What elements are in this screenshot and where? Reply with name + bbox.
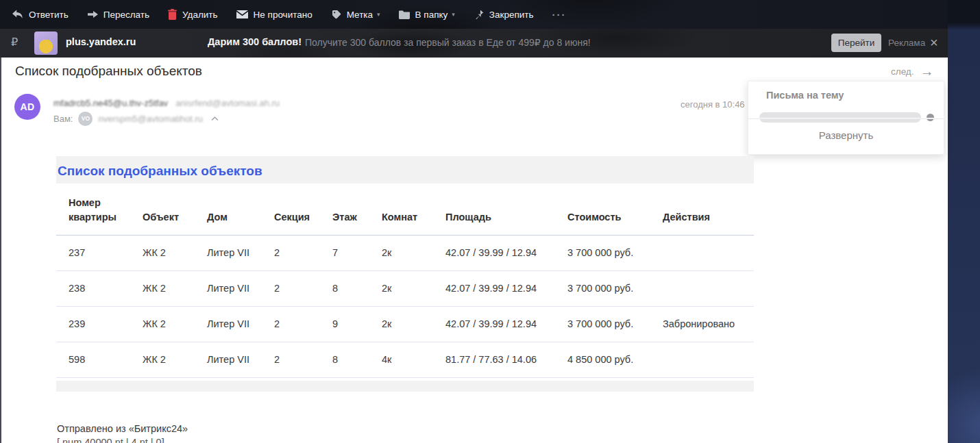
ad-site-link[interactable]: plus.yandex.ru xyxy=(66,36,136,47)
cell: 4к xyxy=(382,342,445,377)
cell: Литер VII xyxy=(207,270,274,306)
cell xyxy=(663,342,754,377)
cell: 2 xyxy=(274,306,332,342)
cell: 2 xyxy=(274,342,332,377)
cell: 9 xyxy=(332,306,382,342)
to-label: Вам: xyxy=(53,114,73,124)
col-object: Объект xyxy=(143,183,207,235)
recipient-email-masked[interactable]: nverspm5@avtomatihot.ru xyxy=(98,114,203,124)
cell: Литер VII xyxy=(207,235,274,270)
sender-avatar[interactable]: AD xyxy=(14,94,40,120)
sender-name-masked[interactable]: mfadrcb5.ne45@u.thv-z5tfav xyxy=(53,98,168,108)
ad-close-icon[interactable]: × xyxy=(930,34,938,51)
ad-banner: ₽ plus.yandex.ru Дарим 300 баллов! Получ… xyxy=(0,29,948,58)
cell: 42.07 / 39.99 / 12.94 xyxy=(445,270,567,306)
cell: Литер VII xyxy=(207,306,274,342)
forward-button[interactable]: Переслать xyxy=(87,10,149,20)
ad-go-button[interactable]: Перейти xyxy=(831,34,881,52)
col-actions: Действия xyxy=(663,183,754,235)
cell: ЖК 2 xyxy=(143,306,207,342)
email-body: Список подобранных объектов Номер кварти… xyxy=(56,156,754,392)
col-area: Площадь xyxy=(445,183,567,235)
mark-unread-button[interactable]: Не прочитано xyxy=(236,10,313,20)
mark-unread-label: Не прочитано xyxy=(254,10,313,20)
col-apartment-number: Номер квартиры xyxy=(56,183,143,235)
cell: 81.77 / 77.63 / 14.06 xyxy=(445,342,567,377)
pin-button[interactable]: Закрепить xyxy=(474,10,534,20)
reply-label: Ответить xyxy=(29,10,69,20)
envelope-icon xyxy=(236,10,248,18)
more-actions-button[interactable]: ··· xyxy=(552,9,566,21)
cell: 239 xyxy=(56,306,143,342)
sent-from-note: Отправлено из «Битрикс24» xyxy=(57,423,188,434)
table-row: 239 ЖК 2 Литер VII 2 9 2к 42.07 / 39.99 … xyxy=(56,306,754,342)
cell: 7 xyxy=(332,235,382,270)
ad-thumbnail[interactable] xyxy=(34,31,58,55)
cell: 3 700 000 руб. xyxy=(567,270,663,306)
ad-text: Получите 300 баллов за первый заказ в Ед… xyxy=(305,37,591,48)
col-rooms: Комнат xyxy=(382,183,445,235)
delete-label: Удалить xyxy=(182,10,218,20)
thread-panel: Письма на тему Развернуть xyxy=(748,81,944,155)
cell-status-booked: Забронировано xyxy=(663,306,754,342)
pin-icon xyxy=(474,10,484,20)
trash-icon xyxy=(168,9,177,20)
label-menu-label: Метка xyxy=(347,10,373,20)
window-left-edge xyxy=(0,58,1,443)
cell: 42.07 / 39.99 / 12.94 xyxy=(445,235,567,270)
recipient-line: Вам: VO nverspm5@avtomatihot.ru xyxy=(53,111,219,126)
mail-toolbar: Ответить Переслать Удалить Не прочитано … xyxy=(0,0,948,29)
cell: 8 xyxy=(332,270,382,306)
tracking-line-clipped: [ num 40000 nt | 4 nt | 0] xyxy=(57,437,164,443)
move-to-folder-button[interactable]: В папку ▾ xyxy=(399,10,455,20)
ruble-icon: ₽ xyxy=(11,36,18,49)
cell: 8 xyxy=(332,342,382,377)
folder-caret-icon: ▾ xyxy=(452,11,455,18)
sender-email-masked[interactable]: anisrfend@avtomasi.ah.ru xyxy=(175,98,280,108)
reply-button[interactable]: Ответить xyxy=(12,10,69,20)
tag-icon xyxy=(331,10,341,20)
next-arrow-icon: → xyxy=(920,66,933,77)
message-timestamp: сегодня в 10:46 xyxy=(681,99,745,110)
col-floor: Этаж xyxy=(332,183,382,235)
cell: ЖК 2 xyxy=(143,270,207,306)
reply-icon xyxy=(12,10,23,19)
collapse-chevron-icon[interactable] xyxy=(211,116,219,121)
table-header-row: Номер квартиры Объект Дом Секция Этаж Ко… xyxy=(56,183,754,235)
pin-label: Закрепить xyxy=(489,10,534,20)
thread-panel-title: Письма на тему xyxy=(766,90,844,101)
next-message-button[interactable]: след. → xyxy=(891,66,933,77)
thread-panel-divider xyxy=(748,118,944,119)
email-body-heading: Список подобранных объектов xyxy=(58,164,262,179)
col-section: Секция xyxy=(274,183,332,235)
cell: 2к xyxy=(382,235,445,270)
cell: 237 xyxy=(56,235,143,270)
col-house: Дом xyxy=(207,183,274,235)
next-label: след. xyxy=(891,66,914,77)
cell xyxy=(663,235,754,270)
cell: 3 700 000 руб. xyxy=(567,235,663,270)
listings-table-wrap: Номер квартиры Объект Дом Секция Этаж Ко… xyxy=(56,183,754,381)
table-row: 238 ЖК 2 Литер VII 2 8 2к 42.07 / 39.99 … xyxy=(56,270,754,306)
cell: 2 xyxy=(274,235,332,270)
listings-table: Номер квартиры Объект Дом Секция Этаж Ко… xyxy=(56,183,754,378)
ad-headline: Дарим 300 баллов! xyxy=(208,36,302,47)
thread-expand-button[interactable]: Развернуть xyxy=(748,129,944,141)
move-to-folder-label: В папку xyxy=(415,10,448,20)
sender-line: mfadrcb5.ne45@u.thv-z5tfav anisrfend@avt… xyxy=(53,98,280,108)
forward-label: Переслать xyxy=(103,10,149,20)
label-caret-icon: ▾ xyxy=(377,11,380,18)
cell: 3 700 000 руб. xyxy=(567,306,663,342)
message-subject: Список подобранных объектов xyxy=(15,64,202,79)
cell: 4 850 000 руб. xyxy=(567,342,663,377)
message-view: Список подобранных объектов след. → AD m… xyxy=(0,58,948,443)
label-menu-button[interactable]: Метка ▾ xyxy=(331,10,380,20)
col-price: Стоимость xyxy=(567,183,663,235)
cell: 2 xyxy=(274,270,332,306)
table-row: 237 ЖК 2 Литер VII 2 7 2к 42.07 / 39.99 … xyxy=(56,235,754,270)
cell: 238 xyxy=(56,270,143,306)
delete-button[interactable]: Удалить xyxy=(168,9,218,20)
cell xyxy=(663,270,754,306)
cell: Литер VII xyxy=(207,342,274,377)
cell: 42.07 / 39.99 / 12.94 xyxy=(445,306,567,342)
